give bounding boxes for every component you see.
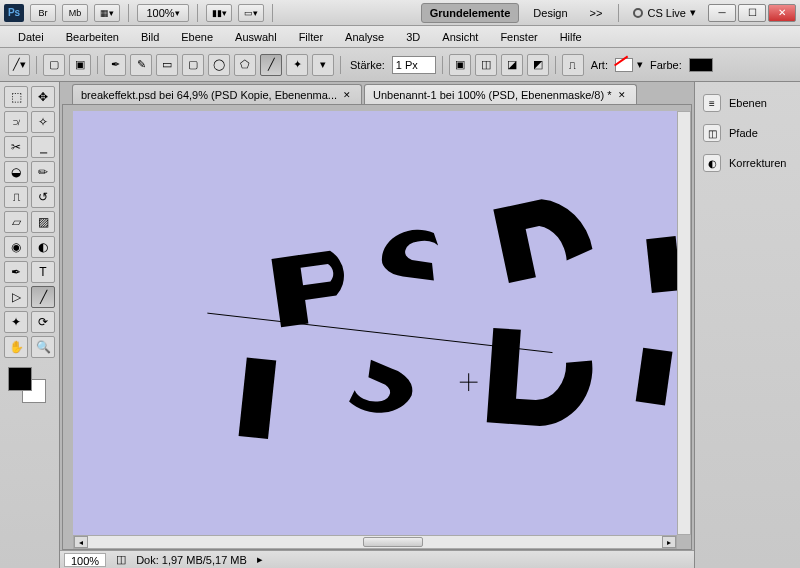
menu-bearbeiten[interactable]: Bearbeiten xyxy=(56,28,129,46)
arrange-button[interactable]: ▮▮▾ xyxy=(206,4,232,22)
window-minimize[interactable]: ─ xyxy=(708,4,736,22)
panel-ebenen[interactable]: ≡Ebenen xyxy=(699,88,796,118)
document-tab-1[interactable]: Unbenannt-1 bei 100% (PSD, Ebenenmaske/8… xyxy=(364,84,636,104)
move-tool[interactable]: ⬚ xyxy=(4,86,28,108)
art-style-swatch[interactable] xyxy=(615,58,633,72)
type-tool[interactable]: T xyxy=(31,261,55,283)
shape-polygon-icon[interactable]: ⬠ xyxy=(234,54,256,76)
status-zoom[interactable]: 100% xyxy=(64,553,106,567)
optionsbar: ╱▾ ▢ ▣ ✒ ✎ ▭ ▢ ◯ ⬠ ╱ ✦ ▾ Stärke: ▣ ◫ ◪ ◩… xyxy=(0,48,800,82)
shape-roundrect-icon[interactable]: ▢ xyxy=(182,54,204,76)
canvas[interactable] xyxy=(73,111,677,535)
workspace-more[interactable]: >> xyxy=(582,4,611,22)
panel-icon: ◐ xyxy=(703,154,721,172)
stamp-tool[interactable]: ⎍ xyxy=(4,186,28,208)
foreground-color[interactable] xyxy=(8,367,32,391)
align-icon[interactable]: ⎍ xyxy=(562,54,584,76)
pathop-3[interactable]: ◪ xyxy=(501,54,523,76)
color-swatches[interactable] xyxy=(8,367,48,402)
pathop-1[interactable]: ▣ xyxy=(449,54,471,76)
gradient-tool[interactable]: ▨ xyxy=(31,211,55,233)
3d-tool-a[interactable]: ✦ xyxy=(4,311,28,333)
menu-auswahl[interactable]: Auswahl xyxy=(225,28,287,46)
window-close[interactable]: ✕ xyxy=(768,4,796,22)
shape-options-icon[interactable]: ▾ xyxy=(312,54,334,76)
scroll-thumb[interactable] xyxy=(363,537,423,547)
menu-fenster[interactable]: Fenster xyxy=(490,28,547,46)
pathop-2[interactable]: ◫ xyxy=(475,54,497,76)
eyedropper-tool[interactable]: ⎯ xyxy=(31,136,55,158)
zoom-tool[interactable]: 🔍 xyxy=(31,336,55,358)
toolbox: ⬚✥ ⟉✧ ✂⎯ ◒✏ ⎍↺ ▱▨ ◉◐ ✒T ▷╱ ✦⟳ ✋🔍 xyxy=(0,82,60,568)
heal-tool[interactable]: ◒ xyxy=(4,161,28,183)
hand-tool[interactable]: ✋ xyxy=(4,336,28,358)
current-tool-icon[interactable]: ╱▾ xyxy=(8,54,30,76)
canvas-viewport[interactable]: ◂ ▸ xyxy=(62,104,692,550)
menu-analyse[interactable]: Analyse xyxy=(335,28,394,46)
pen-tool[interactable]: ✒ xyxy=(4,261,28,283)
status-doc: Dok: 1,97 MB/5,17 MB xyxy=(136,554,247,566)
panel-pfade[interactable]: ◫Pfade xyxy=(699,118,796,148)
canvas-artwork xyxy=(73,111,677,535)
menu-bild[interactable]: Bild xyxy=(131,28,169,46)
status-arrow-icon[interactable]: ▸ xyxy=(257,553,263,566)
menu-3d[interactable]: 3D xyxy=(396,28,430,46)
tab-close-icon[interactable]: ✕ xyxy=(618,90,628,100)
shape-custom-icon[interactable]: ✦ xyxy=(286,54,308,76)
shape-ellipse-icon[interactable]: ◯ xyxy=(208,54,230,76)
line-tool[interactable]: ╱ xyxy=(31,286,55,308)
minibridge-button[interactable]: Mb xyxy=(62,4,88,22)
new-layer-icon[interactable]: ▢ xyxy=(43,54,65,76)
farbe-label: Farbe: xyxy=(650,59,682,71)
workspace-design[interactable]: Design xyxy=(525,4,575,22)
bridge-button[interactable]: Br xyxy=(30,4,56,22)
wand-tool[interactable]: ✧ xyxy=(31,111,55,133)
scrollbar-vertical[interactable] xyxy=(677,111,691,535)
pen-icon[interactable]: ✒ xyxy=(104,54,126,76)
move-tool-b[interactable]: ✥ xyxy=(31,86,55,108)
cs-live-button[interactable]: CS Live ▾ xyxy=(627,6,702,19)
dodge-tool[interactable]: ◐ xyxy=(31,236,55,258)
layer-stack-icon[interactable]: ▣ xyxy=(69,54,91,76)
zoom-level-dropdown[interactable]: 100% ▾ xyxy=(137,4,189,22)
panel-icon: ◫ xyxy=(703,124,721,142)
eraser-tool[interactable]: ▱ xyxy=(4,211,28,233)
history-brush-tool[interactable]: ↺ xyxy=(31,186,55,208)
shape-rect-icon[interactable]: ▭ xyxy=(156,54,178,76)
window-maximize[interactable]: ☐ xyxy=(738,4,766,22)
farbe-swatch[interactable] xyxy=(689,58,713,72)
scroll-right[interactable]: ▸ xyxy=(662,536,676,548)
extras-button[interactable]: ▭▾ xyxy=(238,4,264,22)
screen-mode-button[interactable]: ▦▾ xyxy=(94,4,120,22)
scrollbar-horizontal[interactable]: ◂ ▸ xyxy=(73,535,677,549)
panel-label: Korrekturen xyxy=(729,157,786,169)
blur-tool[interactable]: ◉ xyxy=(4,236,28,258)
menu-ebene[interactable]: Ebene xyxy=(171,28,223,46)
tab-label: Unbenannt-1 bei 100% (PSD, Ebenenmaske/8… xyxy=(373,89,611,101)
shape-line-icon[interactable]: ╱ xyxy=(260,54,282,76)
scroll-left[interactable]: ◂ xyxy=(74,536,88,548)
menu-filter[interactable]: Filter xyxy=(289,28,333,46)
3d-tool-b[interactable]: ⟳ xyxy=(31,311,55,333)
pathop-4[interactable]: ◩ xyxy=(527,54,549,76)
crop-tool[interactable]: ✂ xyxy=(4,136,28,158)
document-tabs: breakeffekt.psd bei 64,9% (PSD Kopie, Eb… xyxy=(60,82,694,104)
status-ruler-icon: ◫ xyxy=(116,553,126,566)
path-select-tool[interactable]: ▷ xyxy=(4,286,28,308)
brush-tool[interactable]: ✏ xyxy=(31,161,55,183)
menu-hilfe[interactable]: Hilfe xyxy=(550,28,592,46)
workspace-grundelemente[interactable]: Grundelemente xyxy=(421,3,520,23)
freeform-pen-icon[interactable]: ✎ xyxy=(130,54,152,76)
right-panel: ≡Ebenen◫Pfade◐Korrekturen xyxy=(694,82,800,568)
cslive-icon xyxy=(633,8,643,18)
menubar: DateiBearbeitenBildEbeneAuswahlFilterAna… xyxy=(0,26,800,48)
panel-korrekturen[interactable]: ◐Korrekturen xyxy=(699,148,796,178)
staerke-input[interactable] xyxy=(392,56,436,74)
menu-datei[interactable]: Datei xyxy=(8,28,54,46)
staerke-label: Stärke: xyxy=(350,59,385,71)
app-logo: Ps xyxy=(4,4,24,22)
menu-ansicht[interactable]: Ansicht xyxy=(432,28,488,46)
tab-close-icon[interactable]: ✕ xyxy=(343,90,353,100)
lasso-tool[interactable]: ⟉ xyxy=(4,111,28,133)
document-tab-0[interactable]: breakeffekt.psd bei 64,9% (PSD Kopie, Eb… xyxy=(72,84,362,104)
